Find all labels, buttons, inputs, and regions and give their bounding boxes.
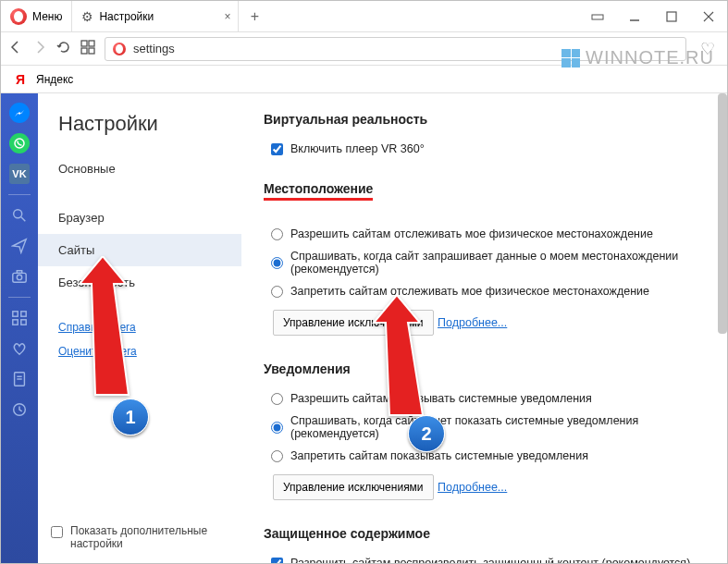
svg-rect-0	[592, 15, 603, 19]
speeddial-button[interactable]	[80, 40, 95, 57]
notif-allow-radio[interactable]	[271, 393, 283, 405]
settings-nav: Настройки Основные Браузер Сайты Безопас…	[38, 93, 241, 563]
svg-rect-8	[89, 48, 94, 54]
advanced-label: Показать дополнительные настройки	[70, 524, 228, 550]
new-tab-button[interactable]: +	[239, 1, 270, 31]
notif-ask-label: Спрашивать, когда сайт хочет показать си…	[290, 414, 701, 440]
svg-rect-16	[21, 312, 26, 316]
svg-point-10	[14, 210, 22, 218]
tab-settings[interactable]: ⚙ Настройки ×	[72, 1, 239, 31]
window-controls	[579, 1, 727, 31]
svg-rect-5	[81, 41, 87, 46]
svg-rect-17	[13, 320, 18, 325]
section-protected-title: Защищенное содержимое	[264, 526, 709, 541]
menu-label: Меню	[32, 10, 62, 23]
opera-icon	[113, 43, 126, 55]
notif-deny-radio[interactable]	[271, 450, 283, 462]
page-icon[interactable]	[6, 365, 33, 393]
opera-logo-icon	[10, 8, 27, 25]
svg-rect-15	[13, 312, 18, 316]
protected-checkbox[interactable]	[271, 558, 283, 564]
protected-row[interactable]: Разрешить сайтам воспроизводить защищенн…	[264, 552, 709, 563]
settings-title: Настройки	[38, 112, 241, 153]
svg-line-11	[21, 217, 26, 222]
reload-button[interactable]	[56, 40, 71, 57]
yandex-label[interactable]: Яндекс	[36, 73, 73, 86]
notif-deny-row[interactable]: Запретить сайтам показывать системные ув…	[264, 445, 709, 467]
vr-label: Включить плеер VR 360°	[290, 142, 425, 155]
whatsapp-icon[interactable]	[6, 129, 33, 157]
svg-rect-6	[89, 41, 94, 46]
close-window-button[interactable]	[690, 1, 727, 31]
yandex-bar: Я Яндекс	[1, 66, 727, 93]
geo-deny-row[interactable]: Запретить сайтам отслеживать мое физичес…	[264, 280, 709, 302]
geo-exceptions-button[interactable]: Управление исключениями	[273, 310, 434, 336]
camera-icon[interactable]	[6, 263, 33, 290]
nav-browser[interactable]: Браузер	[38, 202, 241, 234]
section-geo: Местоположение Разрешить сайтам отслежив…	[264, 180, 709, 341]
notif-ask-row[interactable]: Спрашивать, когда сайт хочет показать си…	[264, 410, 709, 445]
geo-ask-label: Спрашивать, когда сайт запрашивает данны…	[290, 250, 701, 276]
advanced-settings-toggle[interactable]: Показать дополнительные настройки	[38, 511, 241, 563]
geo-ask-radio[interactable]	[271, 257, 283, 269]
back-button[interactable]	[8, 40, 23, 57]
svg-rect-14	[17, 271, 21, 274]
vk-icon[interactable]: VK	[6, 160, 33, 188]
geo-allow-row[interactable]: Разрешить сайтам отслеживать мое физичес…	[264, 223, 709, 245]
section-vr-title: Виртуальная реальность	[264, 112, 709, 127]
notif-exceptions-button[interactable]: Управление исключениями	[273, 474, 434, 500]
section-notif-title: Уведомления	[264, 362, 709, 376]
scrollbar[interactable]	[718, 93, 727, 334]
heart-icon[interactable]: ♡	[696, 39, 720, 59]
notif-allow-row[interactable]: Разрешить сайтам показывать системные ув…	[264, 387, 709, 410]
notif-more-link[interactable]: Подробнее...	[438, 481, 507, 494]
gear-icon: ⚙	[81, 9, 93, 24]
geo-deny-label: Запретить сайтам отслеживать мое физичес…	[290, 285, 649, 298]
section-geo-title: Местоположение	[264, 181, 373, 201]
notif-ask-radio[interactable]	[271, 422, 283, 434]
geo-allow-label: Разрешить сайтам отслеживать мое физичес…	[290, 227, 653, 240]
svg-point-13	[17, 275, 21, 279]
address-text: settings	[133, 42, 175, 55]
vr-checkbox[interactable]	[271, 143, 283, 155]
maximize-button[interactable]	[653, 1, 690, 31]
svg-point-9	[15, 139, 24, 148]
section-notif: Уведомления Разрешить сайтам показывать …	[264, 362, 709, 506]
address-bar: settings ♡	[1, 32, 727, 66]
nav-general[interactable]: Основные	[38, 153, 241, 185]
nav-security[interactable]: Безопасность	[38, 266, 241, 299]
nav-rate-link[interactable]: Оцените Opera	[38, 339, 241, 363]
notif-deny-label: Запретить сайтам показывать системные ув…	[290, 449, 588, 462]
bookmark-heart-icon[interactable]	[6, 335, 33, 362]
nav-help-link[interactable]: Справка Opera	[38, 315, 241, 339]
geo-deny-radio[interactable]	[271, 286, 283, 298]
tab-label: Настройки	[99, 10, 154, 23]
geo-ask-row[interactable]: Спрашивать, когда сайт запрашивает данны…	[264, 245, 709, 280]
hidetabs-icon[interactable]	[579, 1, 616, 31]
titlebar: Меню ⚙ Настройки × +	[1, 1, 727, 32]
close-icon[interactable]: ×	[224, 10, 230, 23]
side-dock: VK	[1, 93, 38, 563]
geo-more-link[interactable]: Подробнее...	[438, 316, 507, 329]
notif-allow-label: Разрешить сайтам показывать системные ув…	[290, 392, 592, 405]
minimize-button[interactable]	[616, 1, 653, 31]
section-vr: Виртуальная реальность Включить плеер VR…	[264, 112, 709, 160]
yandex-icon: Я	[16, 72, 31, 87]
vr-enable-row[interactable]: Включить плеер VR 360°	[264, 138, 709, 160]
svg-rect-7	[81, 48, 87, 54]
history-icon[interactable]	[6, 396, 33, 423]
settings-content: Виртуальная реальность Включить плеер VR…	[241, 93, 727, 563]
svg-rect-2	[667, 12, 676, 21]
forward-button[interactable]	[32, 40, 47, 57]
apps-icon[interactable]	[6, 304, 33, 332]
send-icon[interactable]	[6, 232, 33, 260]
messenger-icon[interactable]	[6, 99, 33, 127]
geo-allow-radio[interactable]	[271, 228, 283, 240]
section-protected: Защищенное содержимое Разрешить сайтам в…	[264, 526, 709, 563]
nav-sites[interactable]: Сайты	[38, 234, 241, 266]
menu-button[interactable]: Меню	[1, 1, 72, 31]
protected-label: Разрешить сайтам воспроизводить защищенн…	[290, 557, 690, 563]
advanced-checkbox[interactable]	[51, 526, 63, 538]
search-icon[interactable]	[6, 202, 33, 229]
address-input[interactable]: settings	[105, 37, 686, 61]
